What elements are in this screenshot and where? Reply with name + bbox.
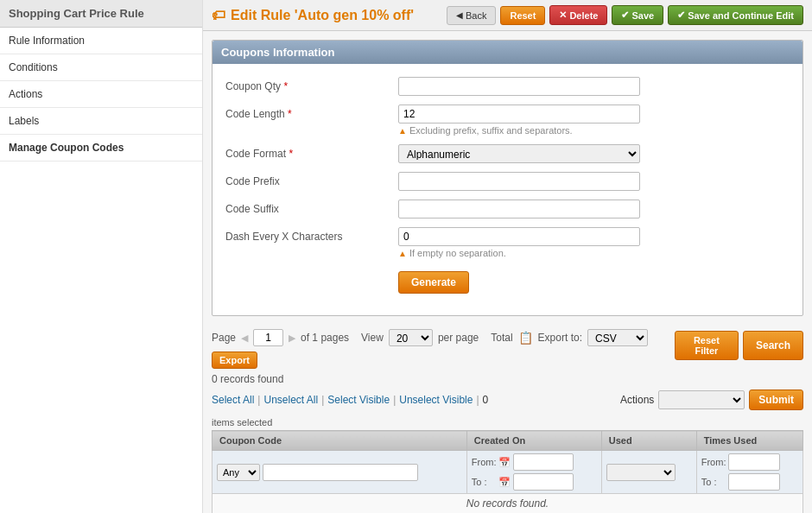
save-continue-icon: ✔ — [677, 10, 685, 21]
save-button[interactable]: ✔ Save — [612, 5, 663, 25]
selection-area: Select All | Unselect All | Select Visib… — [212, 390, 803, 428]
no-records-cell: No records found. — [213, 494, 803, 514]
per-page-label: per page — [438, 332, 479, 344]
code-suffix-field — [398, 200, 790, 218]
actions-select[interactable] — [658, 390, 745, 409]
export-label: Export to: — [538, 332, 582, 344]
actions-area: Actions Submit — [620, 390, 803, 410]
records-found-text: 0 records found — [212, 373, 675, 385]
select-visible-link[interactable]: Select Visible — [327, 394, 390, 406]
code-prefix-row: Code Prefix — [225, 172, 790, 191]
unselect-visible-link[interactable]: Unselect Visible — [399, 394, 473, 406]
created-to-input[interactable] — [513, 473, 574, 491]
code-format-required: * — [289, 148, 293, 160]
th-times-used: Times Used — [696, 431, 802, 451]
code-length-required: * — [288, 108, 292, 120]
sidebar-item-rule-information[interactable]: Rule Information — [0, 28, 202, 54]
coupons-section-body: Coupon Qty * Code Length * — [213, 64, 802, 315]
filter-times-used: From: To : — [696, 451, 802, 494]
save-continue-button[interactable]: ✔ Save and Continue Edit — [668, 5, 803, 25]
dash-hint-icon: ▲ — [398, 249, 407, 258]
filter-buttons: Reset Filter Search — [675, 331, 803, 360]
delete-icon: ✕ — [559, 10, 567, 21]
dash-every-input[interactable] — [398, 227, 640, 246]
sidebar-title: Shopping Cart Price Rule — [0, 0, 202, 28]
coupon-qty-row: Coupon Qty * — [225, 77, 790, 96]
sidebar-item-actions[interactable]: Actions — [0, 81, 202, 108]
page-label: Page — [212, 332, 236, 344]
times-to-input[interactable] — [728, 473, 780, 491]
code-prefix-label: Code Prefix — [225, 172, 398, 187]
page-nav-next[interactable]: ▶ — [289, 332, 295, 344]
used-filter-select[interactable] — [606, 464, 676, 481]
code-length-input[interactable] — [398, 104, 640, 124]
dash-hint: ▲ If empty no separation. — [398, 248, 790, 258]
any-select[interactable]: Any — [217, 464, 260, 481]
to-calendar-icon[interactable]: 📅 — [498, 477, 511, 488]
sidebar: Shopping Cart Price Rule Rule Informatio… — [0, 0, 203, 513]
filter-used — [601, 451, 696, 494]
top-header: 🏷 Edit Rule 'Auto gen 10% off' Back Rese… — [203, 0, 812, 31]
select-all-link[interactable]: Select All — [212, 394, 254, 406]
code-suffix-input[interactable] — [398, 200, 640, 218]
view-label: View — [361, 332, 384, 344]
delete-button[interactable]: ✕ Delete — [549, 5, 607, 25]
code-format-select[interactable]: Alphanumeric Alphabetical Numeric — [398, 144, 640, 163]
coupon-qty-field — [398, 77, 790, 96]
save-icon: ✔ — [621, 10, 629, 21]
code-length-hint: ▲ Excluding prefix, suffix and separator… — [398, 125, 790, 136]
dash-every-field: ▲ If empty no separation. — [398, 227, 790, 258]
unselect-all-link[interactable]: Unselect All — [263, 394, 318, 406]
pagination-area: Page ◀ ▶ of 1 pages View 20 50 100 per p… — [212, 329, 675, 385]
coupon-qty-label: Coupon Qty * — [225, 77, 398, 92]
search-button[interactable]: Search — [743, 331, 803, 360]
dash-every-row: Dash Every X Characters ▲ If empty no se… — [225, 227, 790, 258]
code-length-row: Code Length * ▲ Excluding prefix, suffix… — [225, 104, 790, 136]
times-from-input[interactable] — [728, 453, 780, 471]
code-format-label: Code Format * — [225, 144, 398, 160]
main-content: 🏷 Edit Rule 'Auto gen 10% off' Back Rese… — [203, 0, 812, 513]
code-length-field: ▲ Excluding prefix, suffix and separator… — [398, 104, 790, 136]
coupon-code-filter-input[interactable] — [263, 464, 418, 481]
of-pages-text: of 1 pages — [301, 332, 349, 344]
code-format-row: Code Format * Alphanumeric Alphabetical … — [225, 144, 790, 163]
from-calendar-icon[interactable]: 📅 — [498, 457, 511, 468]
pagination-bar: Page ◀ ▶ of 1 pages View 20 50 100 per p… — [212, 329, 675, 369]
sidebar-item-labels[interactable]: Labels — [0, 108, 202, 135]
created-on-date-filter: From: 📅 To : 📅 — [472, 453, 597, 491]
filter-row: Any From: 📅 — [213, 451, 803, 494]
export-format-select[interactable]: CSV Excel XML — [587, 329, 648, 346]
header-buttons: Back Reset ✕ Delete ✔ Save ✔ Save and Co… — [447, 5, 803, 25]
per-page-select[interactable]: 20 50 100 — [389, 329, 433, 346]
generate-button[interactable]: Generate — [398, 271, 469, 294]
sidebar-item-manage-coupon-codes[interactable]: Manage Coupon Codes — [0, 135, 202, 162]
back-button[interactable]: Back — [447, 6, 496, 25]
coupon-qty-input[interactable] — [398, 77, 640, 96]
selection-count: 0 — [483, 394, 489, 406]
actions-label: Actions — [620, 394, 654, 406]
coupon-qty-required: * — [283, 80, 288, 92]
page-nav-prev[interactable]: ◀ — [241, 332, 248, 344]
code-length-label: Code Length * — [225, 104, 398, 120]
total-label: Total — [491, 332, 512, 344]
selection-bar: Select All | Unselect All | Select Visib… — [212, 390, 803, 410]
export-icon: 📋 — [518, 331, 533, 345]
code-prefix-input[interactable] — [398, 172, 640, 191]
reset-filter-button[interactable]: Reset Filter — [675, 331, 739, 360]
reset-button[interactable]: Reset — [500, 6, 545, 25]
hint-icon: ▲ — [398, 126, 407, 136]
times-used-filter: From: To : — [701, 453, 798, 491]
filter-coupon-code: Any — [213, 451, 467, 494]
submit-button[interactable]: Submit — [749, 390, 803, 410]
sidebar-item-conditions[interactable]: Conditions — [0, 54, 202, 81]
export-button[interactable]: Export — [212, 352, 257, 369]
created-from-input[interactable] — [513, 453, 574, 471]
coupons-section-header: Coupons Information — [213, 41, 802, 64]
no-records-row: No records found. — [213, 494, 803, 514]
page-number-input[interactable] — [253, 329, 283, 346]
th-used: Used — [601, 431, 696, 451]
content-area: Coupons Information Coupon Qty * — [203, 31, 812, 513]
tag-icon: 🏷 — [212, 8, 225, 23]
dash-every-label: Dash Every X Characters — [225, 227, 398, 243]
filter-created-on: From: 📅 To : 📅 — [466, 451, 601, 494]
